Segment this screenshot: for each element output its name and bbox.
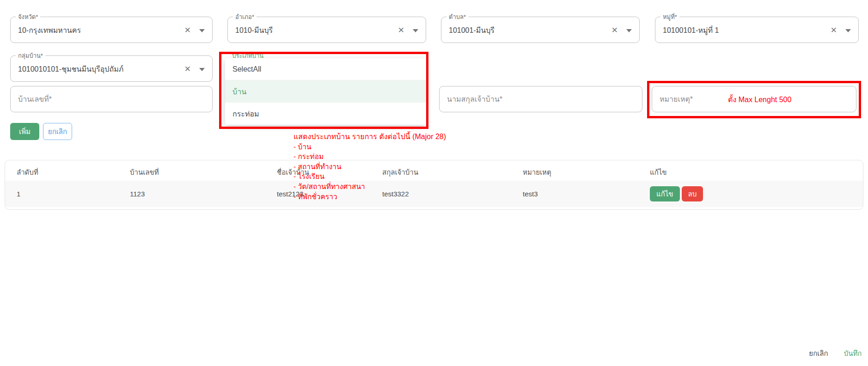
chevron-down-icon[interactable] xyxy=(199,29,205,32)
district-select[interactable]: อำเภอ* 1010-มีนบุรี ✕ xyxy=(227,17,426,43)
house-type-label-partial: ประเภทบ้าน xyxy=(232,51,263,58)
menu-item-house[interactable]: บ้าน xyxy=(225,80,426,103)
house-group-select[interactable]: กลุ่มบ้าน* 1010010101-ชุมชนมีนบุรีอุปถัม… xyxy=(10,55,213,82)
surname-input[interactable] xyxy=(439,86,642,112)
edit-button[interactable]: แก้ไข xyxy=(650,186,680,201)
col-header-edit: แก้ไข xyxy=(638,160,863,181)
chevron-down-icon[interactable] xyxy=(413,29,418,32)
col-header-remark: หมายเหตุ xyxy=(511,160,638,181)
annotation-item: - กระท่อม xyxy=(293,152,446,162)
district-label: อำเภอ* xyxy=(233,12,257,22)
footer-cancel-button[interactable]: ยกเลิก xyxy=(803,347,834,360)
remark-field-wrap: ตั้ง Max Lenght 500 xyxy=(652,86,856,112)
subdistrict-value: 101001-มีนบุรี xyxy=(449,24,495,36)
house-type-dropdown-menu: SelectAll บ้าน กระท่อม xyxy=(225,58,426,125)
menu-item-select-all[interactable]: SelectAll xyxy=(225,58,426,80)
clear-icon[interactable]: ✕ xyxy=(831,26,837,34)
province-select[interactable]: จังหวัด* 10-กรุงเทพมหานคร ✕ xyxy=(10,17,213,43)
cancel-button[interactable]: ยกเลิก xyxy=(43,123,72,140)
cell-no: 1 xyxy=(5,181,118,207)
subdistrict-select[interactable]: ตำบล* 101001-มีนบุรี ✕ xyxy=(441,17,640,43)
subdistrict-label: ตำบล* xyxy=(446,12,468,22)
annotation-title: แสดงประเภทบ้าน รายการ ดังต่อไปนี้ (Major… xyxy=(293,132,446,142)
moo-label: หมู่ที่* xyxy=(660,12,679,22)
annotation-item: - บ้าน xyxy=(293,142,446,152)
clear-icon[interactable]: ✕ xyxy=(611,26,618,34)
moo-value: 10100101-หมู่ที่ 1 xyxy=(663,24,719,36)
house-group-label: กลุ่มบ้าน* xyxy=(16,51,45,61)
province-value: 10-กรุงเทพมหานคร xyxy=(18,24,81,36)
house-group-value: 1010010101-ชุมชนมีนบุรีอุปถัมภ์ xyxy=(18,63,123,74)
clear-icon[interactable]: ✕ xyxy=(398,26,404,34)
chevron-down-icon[interactable] xyxy=(845,29,851,32)
annotation-item: - ที่พักชั่วคราว xyxy=(293,192,446,202)
col-header-no: ลำดับที่ xyxy=(5,160,118,181)
chevron-down-icon[interactable] xyxy=(199,67,205,71)
cell-house-no: 1123 xyxy=(118,181,265,207)
clear-icon[interactable]: ✕ xyxy=(184,65,191,73)
moo-select[interactable]: หมู่ที่* 10100101-หมู่ที่ 1 ✕ xyxy=(655,17,859,43)
row-actions: แก้ไข ลบ xyxy=(650,186,859,201)
annotation-item: - วัด/สถานที่ทางศาสนา xyxy=(293,182,446,192)
annotation-item: - สถานที่ทำงาน xyxy=(293,162,446,172)
house-type-annotation: แสดงประเภทบ้าน รายการ ดังต่อไปนี้ (Major… xyxy=(293,132,446,201)
delete-button[interactable]: ลบ xyxy=(682,186,703,201)
annotation-item: - โรงเรียน xyxy=(293,171,446,182)
house-form-page: จังหวัด* 10-กรุงเทพมหานคร ✕ อำเภอ* 1010-… xyxy=(0,0,868,366)
footer-save-button[interactable]: บันทึก xyxy=(837,347,868,360)
house-number-input[interactable] xyxy=(10,86,213,112)
menu-item-hut[interactable]: กระท่อม xyxy=(225,103,426,125)
cell-remark: test3 xyxy=(511,181,638,207)
col-header-house-no: บ้านเลขที่ xyxy=(118,160,265,181)
clear-icon[interactable]: ✕ xyxy=(184,26,191,34)
province-label: จังหวัด* xyxy=(16,12,40,22)
district-value: 1010-มีนบุรี xyxy=(235,24,273,36)
chevron-down-icon[interactable] xyxy=(626,29,632,32)
remark-input[interactable] xyxy=(652,86,856,112)
add-button[interactable]: เพิ่ม xyxy=(10,123,39,140)
